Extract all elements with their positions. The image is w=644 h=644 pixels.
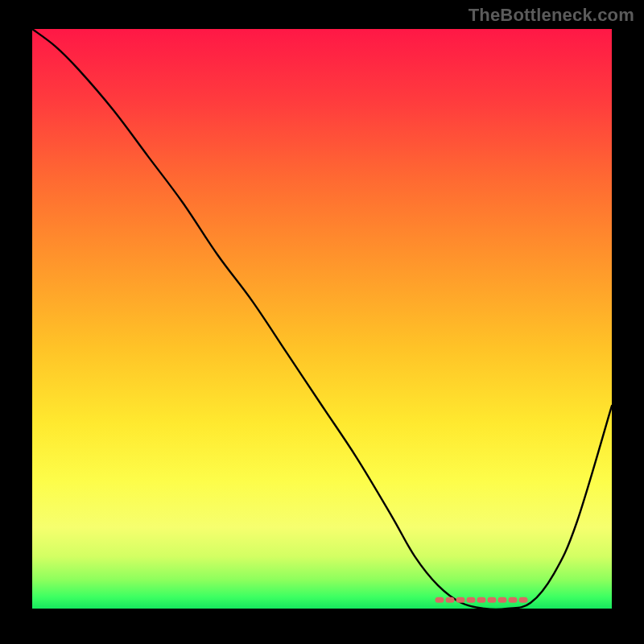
- watermark-text: TheBottleneck.com: [469, 5, 634, 26]
- chart-frame: TheBottleneck.com: [0, 0, 644, 644]
- gradient-plot-area: [32, 29, 612, 609]
- bottleneck-curve-line: [32, 29, 612, 609]
- bottleneck-curve-svg: [32, 29, 612, 609]
